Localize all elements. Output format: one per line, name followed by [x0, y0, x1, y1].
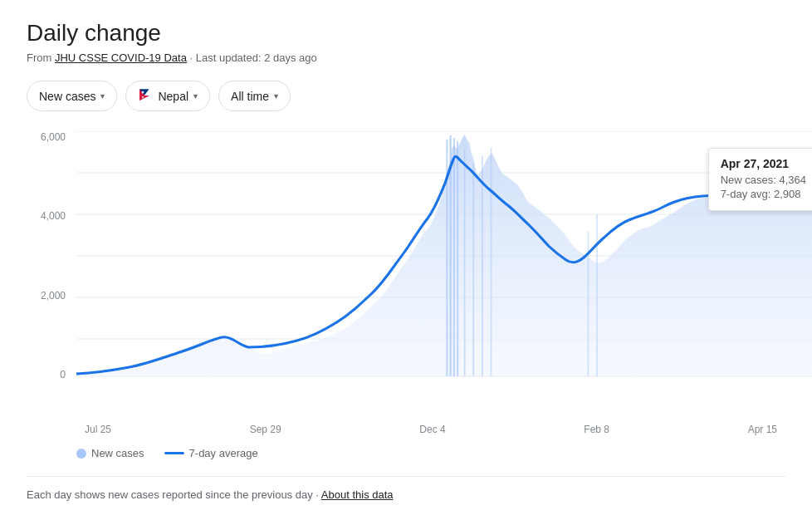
legend-dot-icon: [76, 449, 86, 459]
legend-new-cases: New cases: [76, 447, 144, 459]
timerange-filter[interactable]: All time ▾: [218, 81, 291, 111]
y-label-4000: 4,000: [41, 210, 66, 222]
x-label-feb8: Feb 8: [584, 424, 609, 435]
chart-container: Apr 27, 2021 New cases: 4,364 7-day avg:…: [76, 131, 812, 380]
country-filter[interactable]: Nepal ▾: [125, 81, 210, 111]
svg-point-4: [142, 96, 144, 98]
svg-marker-2: [139, 96, 149, 101]
y-label-6000: 6,000: [41, 131, 66, 143]
tooltip-date: Apr 27, 2021: [721, 157, 806, 170]
metric-filter[interactable]: New cases ▾: [27, 81, 117, 111]
tooltip-avg: 7-day avg: 2,908: [721, 188, 806, 200]
x-label-jul25: Jul 25: [85, 424, 111, 435]
tooltip: Apr 27, 2021 New cases: 4,364 7-day avg:…: [708, 148, 812, 211]
x-label-sep29: Sep 29: [250, 424, 281, 435]
metric-chevron-icon: ▾: [100, 91, 105, 101]
tooltip-new-cases: New cases: 4,364: [721, 174, 806, 186]
footer: Each day shows new cases reported since …: [27, 476, 785, 501]
nepal-flag-icon: [138, 87, 153, 105]
source-link[interactable]: JHU CSSE COVID-19 Data: [55, 52, 187, 64]
x-axis: Jul 25 Sep 29 Dec 4 Feb 8 Apr 15: [76, 424, 785, 435]
page-title: Daily change: [27, 20, 785, 47]
filters-bar: New cases ▾ Nepal ▾ All time ▾: [27, 81, 785, 111]
y-label-0: 0: [60, 369, 66, 380]
timerange-chevron-icon: ▾: [274, 91, 278, 101]
chart-area: 6,000 4,000 2,000 0: [27, 131, 785, 414]
y-label-2000: 2,000: [41, 290, 66, 302]
chart-legend: New cases 7-day average: [76, 447, 785, 459]
subtitle: From JHU CSSE COVID-19 Data · Last updat…: [27, 52, 785, 64]
country-chevron-icon: ▾: [193, 91, 198, 101]
svg-point-3: [142, 91, 144, 94]
x-label-apr15: Apr 15: [748, 424, 777, 435]
legend-avg: 7-day average: [164, 447, 258, 459]
legend-line-icon: [164, 452, 184, 454]
about-data-link[interactable]: About this data: [321, 488, 394, 501]
x-label-dec4: Dec 4: [419, 424, 445, 435]
chart-svg: [76, 131, 812, 380]
y-axis: 6,000 4,000 2,000 0: [27, 131, 72, 380]
